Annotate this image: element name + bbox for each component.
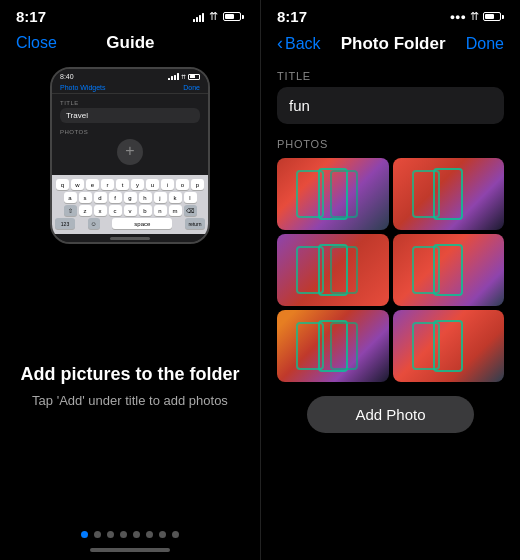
key-i: i <box>161 179 174 190</box>
key-r: r <box>101 179 114 190</box>
cellular-icon: ●●● <box>450 12 466 22</box>
mockup-keyboard: q w e r t y u i o p a s d f g h j k l <box>52 175 208 234</box>
instruction-area: Add pictures to the folder Tap 'Add' und… <box>0 244 259 517</box>
key-c: c <box>109 205 122 216</box>
right-status-bar: 8:17 ●●● ⇈ <box>261 0 520 29</box>
wifi-icon: ⇈ <box>209 10 218 23</box>
key-l: l <box>184 192 197 203</box>
guide-title: Guide <box>106 33 154 53</box>
key-k: k <box>169 192 182 203</box>
key-a: a <box>64 192 77 203</box>
key-v: v <box>124 205 137 216</box>
key-z: z <box>79 205 92 216</box>
key-t: t <box>116 179 129 190</box>
dot-2 <box>94 531 101 538</box>
back-button[interactable]: ‹ Back <box>277 33 321 54</box>
mockup-title-input: Travel <box>60 108 200 123</box>
mockup-body: TITLE Travel PHOTOS + <box>52 94 208 175</box>
add-icon: + <box>125 143 134 159</box>
mockup-back: Photo Widgets <box>60 84 106 91</box>
key-w: w <box>71 179 84 190</box>
key-s: s <box>79 192 92 203</box>
key-return: return <box>185 218 205 229</box>
left-status-bar: 8:17 ⇈ <box>0 0 260 29</box>
right-nav-bar: ‹ Back Photo Folder Done <box>261 29 520 62</box>
key-emoji: ☺ <box>88 218 100 229</box>
mockup-done: Done <box>183 84 200 91</box>
mockup-nav: Photo Widgets Done <box>52 82 208 94</box>
battery-icon <box>223 12 244 21</box>
instruction-subtitle: Tap 'Add' under title to add photos <box>32 393 228 408</box>
key-m: m <box>169 205 182 216</box>
instruction-title: Add pictures to the folder <box>20 363 239 386</box>
photo-5[interactable] <box>277 310 389 382</box>
photos-grid <box>277 158 504 382</box>
key-delete: ⌫ <box>184 205 197 216</box>
key-n: n <box>154 205 167 216</box>
key-shift: ⇧ <box>64 205 77 216</box>
key-u: u <box>146 179 159 190</box>
right-content: TITLE fun PHOTOS <box>261 62 520 560</box>
phone-mockup: 8:40 ⇈ Photo Widgets Done TITLE Travel <box>50 67 210 244</box>
key-e: e <box>86 179 99 190</box>
key-j: j <box>154 192 167 203</box>
title-section: TITLE fun <box>277 70 504 124</box>
key-h: h <box>139 192 152 203</box>
mockup-home-indicator <box>52 234 208 242</box>
left-status-icons: ⇈ <box>193 10 244 23</box>
photo-3[interactable] <box>277 234 389 306</box>
photo-6[interactable] <box>393 310 505 382</box>
photos-section-label: PHOTOS <box>277 138 504 150</box>
right-wifi-icon: ⇈ <box>470 10 479 23</box>
key-y: y <box>131 179 144 190</box>
photo-2[interactable] <box>393 158 505 230</box>
signal-icon <box>193 12 204 22</box>
add-photo-button[interactable]: Add Photo <box>307 396 474 433</box>
close-button[interactable]: Close <box>16 34 57 52</box>
dot-1 <box>81 531 88 538</box>
done-button[interactable]: Done <box>466 35 504 53</box>
right-panel: 8:17 ●●● ⇈ ‹ Back Photo Folder Done TITL… <box>260 0 520 560</box>
photo-1[interactable] <box>277 158 389 230</box>
dot-5 <box>133 531 140 538</box>
photo-row-3 <box>277 310 504 382</box>
right-time: 8:17 <box>277 8 307 25</box>
key-q: q <box>56 179 69 190</box>
key-d: d <box>94 192 107 203</box>
key-x: x <box>94 205 107 216</box>
mockup-title-label: TITLE <box>60 100 200 106</box>
dot-3 <box>107 531 114 538</box>
photo-row-2 <box>277 234 504 306</box>
back-label: Back <box>285 35 321 53</box>
mockup-status-bar: 8:40 ⇈ <box>52 69 208 82</box>
mockup-add-circle: + <box>117 139 143 165</box>
dot-4 <box>120 531 127 538</box>
photo-row-1 <box>277 158 504 230</box>
title-field-label: TITLE <box>277 70 504 82</box>
right-status-icons: ●●● ⇈ <box>450 10 504 23</box>
page-title: Photo Folder <box>341 34 446 54</box>
key-f: f <box>109 192 122 203</box>
mockup-photos-label: PHOTOS <box>60 129 200 135</box>
mockup-time: 8:40 <box>60 73 74 80</box>
key-123: 123 <box>55 218 75 229</box>
left-nav-bar: Close Guide <box>0 29 260 61</box>
page-dots <box>81 531 179 538</box>
key-space: space <box>112 218 172 229</box>
key-o: o <box>176 179 189 190</box>
chevron-left-icon: ‹ <box>277 33 283 54</box>
title-field-input[interactable]: fun <box>277 87 504 124</box>
key-g: g <box>124 192 137 203</box>
photos-section: PHOTOS <box>277 138 504 382</box>
key-p: p <box>191 179 204 190</box>
dot-7 <box>159 531 166 538</box>
right-battery-icon <box>483 12 504 21</box>
home-indicator <box>90 548 170 552</box>
dot-6 <box>146 531 153 538</box>
key-b: b <box>139 205 152 216</box>
left-time: 8:17 <box>16 8 46 25</box>
dot-8 <box>172 531 179 538</box>
left-panel: 8:17 ⇈ Close Guide 8:40 <box>0 0 260 560</box>
photo-4[interactable] <box>393 234 505 306</box>
